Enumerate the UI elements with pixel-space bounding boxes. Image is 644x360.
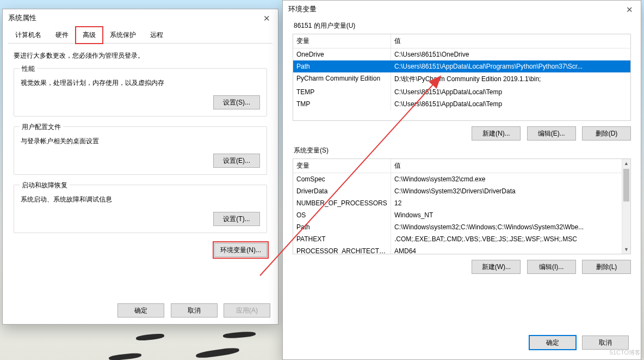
scrollbar[interactable]: ▲ ▼ xyxy=(622,159,630,254)
var-value: .COM;.EXE;.BAT;.CMD;.VBS;.VBE;.JS;.JSE;.… xyxy=(391,233,630,245)
var-name: ComSpec xyxy=(293,173,391,185)
user-vars-label: 86151 的用户变量(U) xyxy=(294,21,631,30)
col-value[interactable]: 值 xyxy=(391,159,630,173)
legend-userprofile: 用户配置文件 xyxy=(20,123,63,132)
var-value: C:\Windows\system32\cmd.exe xyxy=(391,173,630,185)
user-vars-section: 86151 的用户变量(U) 变量 值 OneDriveC:\Users\861… xyxy=(293,21,631,141)
var-value: C:\Windows\system32;C:\Windows;C:\Window… xyxy=(391,221,630,233)
var-name: Path xyxy=(293,221,391,233)
group-performance: 性能 视觉效果，处理器计划，内存使用，以及虚拟内存 设置(S)... xyxy=(14,68,267,117)
table-row[interactable]: OneDriveC:\Users\86151\OneDrive xyxy=(293,48,630,60)
table-row[interactable]: NUMBER_OF_PROCESSORS12 xyxy=(293,197,630,209)
var-value: C:\Windows\System32\Drivers\DriverData xyxy=(391,185,630,197)
system-vars-table[interactable]: 变量 值 ComSpecC:\Windows\system32\cmd.exeD… xyxy=(293,158,631,254)
system-vars-section: 系统变量(S) 变量 值 ComSpecC:\Windows\system32\… xyxy=(293,146,631,274)
var-name: TMP xyxy=(293,98,391,110)
var-name: OS xyxy=(293,209,391,221)
table-row[interactable]: PathC:\Users\86151\AppData\Local\Program… xyxy=(293,60,630,72)
user-vars-table[interactable]: 变量 值 OneDriveC:\Users\86151\OneDrivePath… xyxy=(293,34,631,121)
var-name: NUMBER_OF_PROCESSORS xyxy=(293,197,391,209)
system-vars-buttons: 新建(W)... 编辑(I)... 删除(L) xyxy=(293,260,631,274)
legend-startup: 启动和故障恢复 xyxy=(20,181,70,190)
tab-computer-name[interactable]: 计算机名 xyxy=(8,27,48,43)
dialog-buttons: 确定 取消 应用(A) xyxy=(113,303,270,318)
legend-performance: 性能 xyxy=(20,64,37,74)
table-header: 变量 值 xyxy=(293,159,630,173)
var-value: C:\Users\86151\AppData\Local\Temp xyxy=(391,86,630,98)
window-title: 系统属性 xyxy=(8,13,273,23)
titlebar[interactable]: 环境变量 ✕ xyxy=(283,1,641,18)
startup-desc: 系统启动、系统故障和调试信息 xyxy=(21,195,260,204)
scroll-up-icon[interactable]: ▲ xyxy=(622,159,630,168)
startup-settings-button[interactable]: 设置(T)... xyxy=(213,212,260,226)
ok-button[interactable]: 确定 xyxy=(117,303,164,318)
var-value: AMD64 xyxy=(391,245,630,254)
col-variable[interactable]: 变量 xyxy=(293,159,391,173)
new-system-var-button[interactable]: 新建(W)... xyxy=(472,260,521,274)
dialog-buttons: 确定 取消 xyxy=(525,335,629,350)
var-value: C:\Users\86151\AppData\Local\Temp xyxy=(391,98,630,110)
environment-variables-window: 环境变量 ✕ 86151 的用户变量(U) 变量 值 OneDriveC:\Us… xyxy=(282,0,641,360)
table-row[interactable]: ComSpecC:\Windows\system32\cmd.exe xyxy=(293,173,630,185)
close-icon[interactable]: ✕ xyxy=(263,14,270,23)
environment-variables-button[interactable]: 环境变量(N)... xyxy=(214,243,267,257)
apply-button[interactable]: 应用(A) xyxy=(224,303,270,318)
tab-advanced[interactable]: 高级 xyxy=(76,27,103,44)
var-value: C:\Users\86151\AppData\Local\Programs\Py… xyxy=(391,60,630,72)
intro-text: 要进行大多数更改，您必须作为管理员登录。 xyxy=(14,51,267,60)
tab-body: 要进行大多数更改，您必须作为管理员登录。 性能 视觉效果，处理器计划，内存使用，… xyxy=(3,44,278,263)
var-name: PROCESSOR_ARCHITECTURE xyxy=(293,245,391,254)
var-name: DriverData xyxy=(293,185,391,197)
group-startup: 启动和故障恢复 系统启动、系统故障和调试信息 设置(T)... xyxy=(14,185,267,233)
scroll-thumb[interactable] xyxy=(623,169,629,202)
table-row[interactable]: PROCESSOR_ARCHITECTUREAMD64 xyxy=(293,245,630,254)
delete-user-var-button[interactable]: 删除(D) xyxy=(582,126,631,141)
close-icon[interactable]: ✕ xyxy=(626,5,633,15)
new-user-var-button[interactable]: 新建(N)... xyxy=(472,126,521,141)
watermark: 51CTO博客 xyxy=(610,349,641,357)
var-value: 12 xyxy=(391,197,630,209)
table-row[interactable]: DriverDataC:\Windows\System32\Drivers\Dr… xyxy=(293,185,630,197)
delete-system-var-button[interactable]: 删除(L) xyxy=(582,260,631,274)
table-row[interactable]: TEMPC:\Users\86151\AppData\Local\Temp xyxy=(293,86,630,98)
system-vars-label: 系统变量(S) xyxy=(294,146,631,155)
table-row[interactable]: OSWindows_NT xyxy=(293,209,630,221)
table-row[interactable]: PATHEXT.COM;.EXE;.BAT;.CMD;.VBS;.VBE;.JS… xyxy=(293,233,630,245)
tab-hardware[interactable]: 硬件 xyxy=(48,27,76,43)
cancel-button[interactable]: 取消 xyxy=(171,303,218,318)
var-name: PyCharm Community Edition xyxy=(293,72,391,86)
userprofile-settings-button[interactable]: 设置(E)... xyxy=(213,154,260,168)
var-name: OneDrive xyxy=(293,48,391,60)
ok-button[interactable]: 确定 xyxy=(529,335,576,350)
window-title: 环境变量 xyxy=(288,4,635,14)
var-name: TEMP xyxy=(293,86,391,98)
system-properties-window: 系统属性 ✕ 计算机名 硬件 高级 系统保护 远程 要进行大多数更改，您必须作为… xyxy=(2,9,278,325)
var-name: Path xyxy=(293,60,391,72)
col-value[interactable]: 值 xyxy=(391,34,630,48)
tab-system-protection[interactable]: 系统保护 xyxy=(103,27,143,43)
cancel-button[interactable]: 取消 xyxy=(582,335,629,350)
userprofile-desc: 与登录帐户相关的桌面设置 xyxy=(21,137,260,146)
edit-system-var-button[interactable]: 编辑(I)... xyxy=(527,260,576,274)
scroll-down-icon[interactable]: ▼ xyxy=(622,245,630,254)
group-userprofile: 用户配置文件 与登录帐户相关的桌面设置 设置(E)... xyxy=(14,126,267,175)
var-value: D:\软件\PyCharm Community Edition 2019.1.1… xyxy=(391,72,630,86)
col-variable[interactable]: 变量 xyxy=(293,34,391,48)
table-header: 变量 值 xyxy=(293,34,630,48)
table-row[interactable]: PathC:\Windows\system32;C:\Windows;C:\Wi… xyxy=(293,221,630,233)
var-name: PATHEXT xyxy=(293,233,391,245)
performance-settings-button[interactable]: 设置(S)... xyxy=(213,95,260,109)
edit-user-var-button[interactable]: 编辑(E)... xyxy=(527,126,576,141)
var-value: C:\Users\86151\OneDrive xyxy=(391,48,630,60)
performance-desc: 视觉效果，处理器计划，内存使用，以及虚拟内存 xyxy=(21,78,260,88)
titlebar[interactable]: 系统属性 ✕ xyxy=(3,9,278,27)
table-row[interactable]: PyCharm Community EditionD:\软件\PyCharm C… xyxy=(293,72,630,86)
user-vars-buttons: 新建(N)... 编辑(E)... 删除(D) xyxy=(293,126,631,141)
table-row[interactable]: TMPC:\Users\86151\AppData\Local\Temp xyxy=(293,98,630,110)
tab-remote[interactable]: 远程 xyxy=(143,27,170,43)
var-value: Windows_NT xyxy=(391,209,630,221)
tabs: 计算机名 硬件 高级 系统保护 远程 xyxy=(8,27,273,44)
